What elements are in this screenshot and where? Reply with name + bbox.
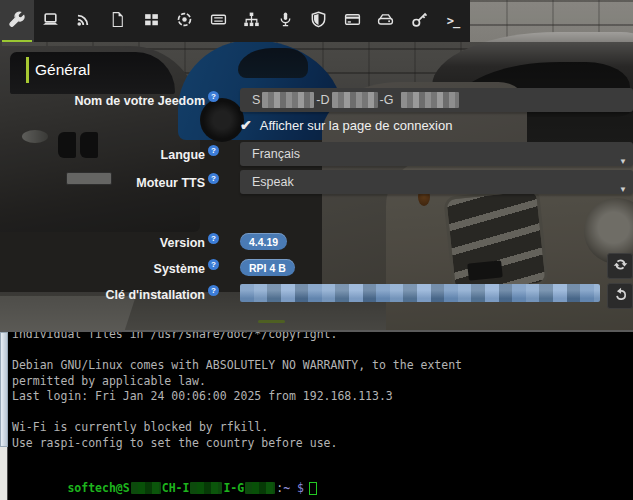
terminal-cursor xyxy=(309,482,317,495)
terminal-line: Debian GNU/Linux comes with ABSOLUTELY N… xyxy=(12,358,627,374)
prompt-host-part: CH-I xyxy=(162,481,190,495)
file-icon xyxy=(109,11,126,32)
language-value: Français xyxy=(252,147,300,161)
tab-cache[interactable] xyxy=(369,0,403,42)
checkbox-check-icon: ✔ xyxy=(240,117,252,133)
terminal-output: individual files in /usr/share/doc/*/cop… xyxy=(12,330,627,482)
tab-rss[interactable] xyxy=(67,0,101,42)
section-accent-bar xyxy=(26,57,29,83)
chevron-down-icon: ▼ xyxy=(619,178,627,202)
version-help-icon[interactable]: ? xyxy=(208,233,219,244)
grid-icon xyxy=(143,11,160,32)
install-key-label: Clé d'installation xyxy=(0,288,205,302)
install-key-redacted-value xyxy=(240,284,600,302)
terminal-icon: >_ xyxy=(447,14,459,28)
tts-help-icon[interactable]: ? xyxy=(208,173,219,184)
undo-button[interactable] xyxy=(607,283,633,309)
name-redacted-block xyxy=(262,92,314,108)
jeedom-settings-screen: >_ Général Nom de votre Jeedom ? S -D -G… xyxy=(0,0,633,500)
language-help-icon[interactable]: ? xyxy=(208,145,219,156)
terminal-line: Use raspi-config to set the country befo… xyxy=(12,436,627,452)
prompt-dollar: $ xyxy=(290,481,304,495)
tab-widgets[interactable] xyxy=(134,0,168,42)
system-badge: RPI 4 B xyxy=(240,259,295,276)
tab-equipment[interactable] xyxy=(201,0,235,42)
name-redacted-block xyxy=(401,92,459,108)
tts-engine-label: Moteur TTS xyxy=(0,176,205,190)
shield-icon xyxy=(310,11,327,32)
jeedom-name-label: Nom de votre Jeedom xyxy=(0,94,205,108)
terminal-line: individual files in /usr/share/doc/*/cop… xyxy=(12,330,627,343)
terminal-prompt-line: softech@SCH-II-G:~ $ xyxy=(12,467,627,483)
undo-icon xyxy=(613,287,628,306)
name-visible-seg3: -G xyxy=(380,88,394,112)
section-title-text: Général xyxy=(35,61,90,79)
tab-general[interactable] xyxy=(0,0,34,42)
tts-value: Espeak xyxy=(252,175,294,189)
terminal-line xyxy=(12,405,627,421)
name-redacted-block xyxy=(332,92,378,108)
name-visible-seg1: S xyxy=(252,88,260,112)
wheel-icon xyxy=(176,11,193,32)
show-on-login-checkbox[interactable]: ✔ Afficher sur la page de connexion xyxy=(240,117,452,133)
tab-security[interactable] xyxy=(302,0,336,42)
tab-updates[interactable] xyxy=(168,0,202,42)
system-label: Système xyxy=(0,262,205,276)
credit-card-icon xyxy=(344,11,361,32)
terminal-scrollbar-thumb[interactable] xyxy=(0,332,8,447)
language-select[interactable]: Français ▼ xyxy=(240,142,633,166)
name-visible-seg2: -D xyxy=(316,88,329,112)
jeedom-name-help-icon[interactable]: ? xyxy=(208,91,219,102)
terminal-line: Wi-Fi is currently blocked by rfkill. xyxy=(12,420,627,436)
tab-api[interactable] xyxy=(403,0,437,42)
jeedom-name-input[interactable]: S -D -G xyxy=(240,88,633,112)
system-help-icon[interactable]: ? xyxy=(208,259,219,270)
tab-logs[interactable] xyxy=(101,0,135,42)
language-label: Langue xyxy=(0,148,205,162)
version-label: Version xyxy=(0,236,205,250)
terminal-line xyxy=(12,451,627,467)
key-icon xyxy=(411,11,428,32)
sitemap-icon xyxy=(243,11,260,32)
rss-icon xyxy=(75,11,92,32)
tab-voice[interactable] xyxy=(269,0,303,42)
tab-services[interactable] xyxy=(336,0,370,42)
prompt-redacted-block xyxy=(190,482,222,494)
prompt-redacted-block xyxy=(245,482,275,494)
terminal-scrollbar[interactable] xyxy=(0,332,8,500)
prompt-host-part: I-G xyxy=(223,481,244,495)
refresh-icon xyxy=(613,257,628,276)
terminal-line: permitted by applicable law. xyxy=(12,374,627,390)
keyboard-icon xyxy=(210,11,227,32)
tab-os-db[interactable]: >_ xyxy=(436,0,470,42)
prompt-redacted-block xyxy=(131,482,161,494)
terminal-line: Last login: Fri Jan 24 00:06:00 2025 fro… xyxy=(12,389,627,405)
general-settings-panel: Général Nom de votre Jeedom ? S -D -G ✔ … xyxy=(0,0,633,330)
ssh-terminal[interactable]: individual files in /usr/share/doc/*/cop… xyxy=(0,330,633,500)
tab-display[interactable] xyxy=(34,0,68,42)
version-badge: 4.4.19 xyxy=(240,233,287,250)
install-key-help-icon[interactable]: ? xyxy=(208,285,219,296)
terminal-line xyxy=(12,343,627,359)
hdd-icon xyxy=(377,11,394,32)
settings-toolbar: >_ xyxy=(0,0,470,42)
refresh-button[interactable] xyxy=(607,253,633,279)
section-title: Général xyxy=(26,57,90,83)
tab-network[interactable] xyxy=(235,0,269,42)
laptop-icon xyxy=(42,11,59,32)
microphone-icon xyxy=(277,11,294,32)
prompt-user-host: softech@S xyxy=(67,481,129,495)
wrench-icon xyxy=(8,11,25,32)
tts-select[interactable]: Espeak ▼ xyxy=(240,170,633,194)
show-on-login-label: Afficher sur la page de connexion xyxy=(260,118,453,133)
